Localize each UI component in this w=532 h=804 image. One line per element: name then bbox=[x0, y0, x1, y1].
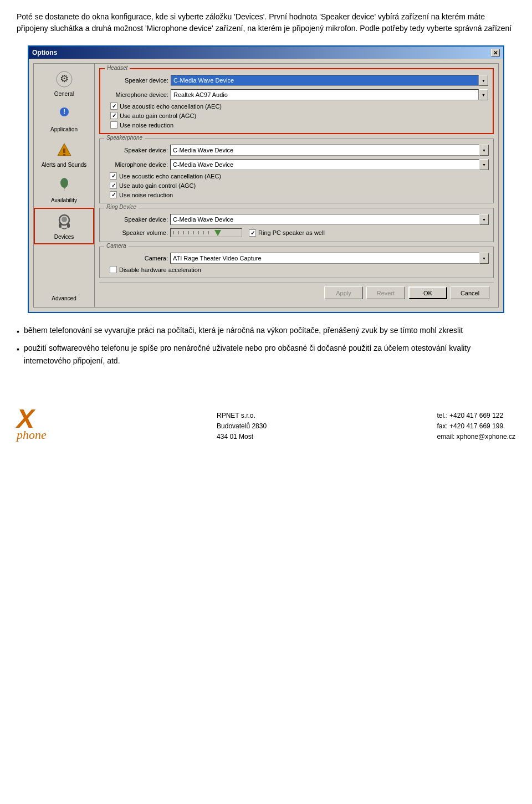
nav-item-general[interactable]: ⚙ General bbox=[34, 66, 94, 100]
sp-aec-checkbox[interactable] bbox=[110, 172, 117, 180]
headset-aec-checkbox[interactable] bbox=[110, 103, 117, 110]
camera-arrow[interactable]: ▼ bbox=[479, 253, 489, 264]
footer-contact-left: RPNET s.r.o. Budovatelů 2830 434 01 Most bbox=[217, 411, 267, 443]
footer-tel: tel.: +420 417 669 122 bbox=[437, 411, 515, 421]
general-icon: ⚙ bbox=[54, 69, 74, 89]
svg-point-12 bbox=[62, 217, 67, 222]
dialog-buttons: Apply Revert OK Cancel bbox=[99, 283, 494, 303]
dialog-body: ⚙ General ! Application bbox=[29, 59, 503, 312]
sp-aec-row: Use acoustic echo cancellation (AEC) bbox=[110, 172, 489, 180]
sp-speaker-select[interactable]: C-Media Wave Device bbox=[170, 145, 479, 156]
ring-volume-slider[interactable] bbox=[170, 228, 242, 237]
intro-paragraph: Poté se dostanete do okna konfigurace, k… bbox=[17, 11, 515, 34]
svg-rect-5 bbox=[63, 148, 65, 153]
footer-fax: fax: +420 417 669 199 bbox=[437, 421, 515, 432]
nav-availability-label: Availability bbox=[51, 197, 77, 203]
headset-speaker-select-row: C-Media Wave Device ▼ bbox=[171, 75, 488, 86]
headset-nr-checkbox[interactable] bbox=[110, 121, 117, 129]
nav-item-advanced[interactable]: Advanced bbox=[34, 292, 94, 305]
headset-label: Headset bbox=[105, 65, 130, 71]
ring-speaker-select-row: C-Media Wave Device ▼ bbox=[170, 214, 489, 225]
dialog-window: Options ✕ ⚙ General bbox=[28, 45, 504, 313]
sp-agc-row: Use auto gain control (AGC) bbox=[110, 182, 489, 189]
camera-select[interactable]: ATI Rage Theater Video Capture bbox=[170, 253, 479, 264]
headset-speaker-select[interactable]: C-Media Wave Device bbox=[171, 75, 479, 86]
sp-agc-checkbox[interactable] bbox=[110, 182, 117, 189]
sp-mic-select[interactable]: C-Media Wave Device bbox=[170, 159, 479, 170]
sp-aec-label: Use acoustic echo cancellation (AEC) bbox=[119, 173, 221, 180]
cancel-button[interactable]: Cancel bbox=[451, 286, 489, 299]
svg-rect-11 bbox=[67, 223, 70, 228]
ring-speaker-arrow[interactable]: ▼ bbox=[479, 214, 489, 225]
headset-agc-checkbox[interactable] bbox=[110, 112, 117, 119]
svg-rect-6 bbox=[63, 154, 65, 156]
nav-item-devices[interactable]: Devices bbox=[34, 208, 94, 244]
sp-mic-select-row: C-Media Wave Device ▼ bbox=[170, 159, 489, 170]
nav-item-alerts[interactable]: Alerts and Sounds bbox=[34, 137, 94, 171]
ring-volume-row: Speaker volume: bbox=[104, 228, 489, 237]
camera-section: Camera Camera: ATI Rage Theater Video Ca… bbox=[99, 247, 494, 278]
devices-icon bbox=[54, 212, 74, 232]
bullet-text-2: použití softwareového telefonu je spíše … bbox=[24, 342, 515, 367]
headset-mic-select-row: Realtek AC97 Audio ▼ bbox=[171, 89, 488, 100]
content-panel: Headset Speaker device: C-Media Wave Dev… bbox=[94, 63, 499, 308]
options-dialog: Options ✕ ⚙ General bbox=[28, 45, 504, 313]
footer: X phone RPNET s.r.o. Budovatelů 2830 434… bbox=[17, 400, 515, 448]
footer-city: 434 01 Most bbox=[217, 432, 267, 442]
ok-button[interactable]: OK bbox=[408, 286, 447, 299]
footer-company: RPNET s.r.o. bbox=[217, 411, 267, 421]
headset-aec-label: Use acoustic echo cancellation (AEC) bbox=[120, 103, 222, 110]
bottom-text: ▪ během telefonování se vyvarujte práci … bbox=[17, 324, 515, 367]
apply-button[interactable]: Apply bbox=[324, 286, 363, 299]
headset-speaker-row: Speaker device: C-Media Wave Device ▼ bbox=[105, 75, 488, 86]
camera-disable-row: Disable hardware acceleration bbox=[110, 266, 489, 273]
availability-icon: ? bbox=[54, 176, 74, 196]
nav-panel: ⚙ General ! Application bbox=[33, 63, 94, 308]
footer-contact-right: tel.: +420 417 669 122 fax: +420 417 669… bbox=[437, 411, 515, 443]
headset-aec-row: Use acoustic echo cancellation (AEC) bbox=[110, 103, 488, 110]
nav-item-availability[interactable]: ? Availability bbox=[34, 172, 94, 207]
ring-device-section: Ring Device Speaker device: C-Media Wave… bbox=[99, 208, 494, 242]
close-button[interactable]: ✕ bbox=[491, 49, 500, 57]
nav-general-label: General bbox=[54, 91, 74, 97]
svg-text:!: ! bbox=[63, 108, 65, 116]
sp-nr-checkbox[interactable] bbox=[110, 191, 117, 198]
sp-speaker-arrow[interactable]: ▼ bbox=[479, 145, 489, 156]
headset-mic-arrow[interactable]: ▼ bbox=[479, 89, 488, 100]
camera-label: Camera: bbox=[104, 255, 168, 262]
sp-speaker-row: Speaker device: C-Media Wave Device ▼ bbox=[104, 145, 489, 156]
camera-select-row: ATI Rage Theater Video Capture ▼ bbox=[170, 253, 489, 264]
headset-nr-row: Use noise reduction bbox=[110, 121, 488, 129]
svg-text:?: ? bbox=[62, 183, 66, 192]
ring-device-label: Ring Device bbox=[104, 204, 139, 210]
footer-address: Budovatelů 2830 bbox=[217, 421, 267, 432]
headset-mic-label: Microphone device: bbox=[105, 91, 168, 98]
sp-mic-label: Microphone device: bbox=[104, 161, 168, 168]
sp-mic-arrow[interactable]: ▼ bbox=[479, 159, 489, 170]
headset-speaker-arrow[interactable]: ▼ bbox=[479, 75, 488, 86]
nav-advanced-label: Advanced bbox=[52, 295, 76, 301]
ring-speaker-select[interactable]: C-Media Wave Device bbox=[170, 214, 479, 225]
bullet-char-1: ▪ bbox=[17, 325, 19, 337]
ring-volume-label: Speaker volume: bbox=[104, 229, 168, 236]
headset-mic-select[interactable]: Realtek AC97 Audio bbox=[171, 89, 479, 100]
headset-speaker-label: Speaker device: bbox=[105, 77, 168, 84]
ring-pc-checkbox[interactable] bbox=[249, 229, 256, 237]
dialog-title: Options bbox=[32, 49, 57, 57]
nav-item-application[interactable]: ! Application bbox=[34, 101, 94, 136]
headset-mic-row: Microphone device: Realtek AC97 Audio ▼ bbox=[105, 89, 488, 100]
camera-row: Camera: ATI Rage Theater Video Capture ▼ bbox=[104, 253, 489, 264]
speakerphone-section: Speakerphone Speaker device: C-Media Wav… bbox=[99, 139, 494, 203]
camera-disable-checkbox[interactable] bbox=[110, 266, 117, 273]
headset-section: Headset Speaker device: C-Media Wave Dev… bbox=[99, 68, 494, 134]
headset-agc-label: Use auto gain control (AGC) bbox=[120, 112, 196, 119]
nav-application-label: Application bbox=[50, 126, 78, 132]
alerts-icon bbox=[54, 140, 74, 160]
svg-rect-10 bbox=[59, 223, 62, 228]
ring-speaker-label: Speaker device: bbox=[104, 216, 168, 223]
sp-mic-row: Microphone device: C-Media Wave Device ▼ bbox=[104, 159, 489, 170]
sp-nr-row: Use noise reduction bbox=[110, 191, 489, 198]
bullet-char-2: ▪ bbox=[17, 343, 19, 355]
logo-phone: phone bbox=[17, 428, 47, 442]
revert-button[interactable]: Revert bbox=[366, 286, 405, 299]
